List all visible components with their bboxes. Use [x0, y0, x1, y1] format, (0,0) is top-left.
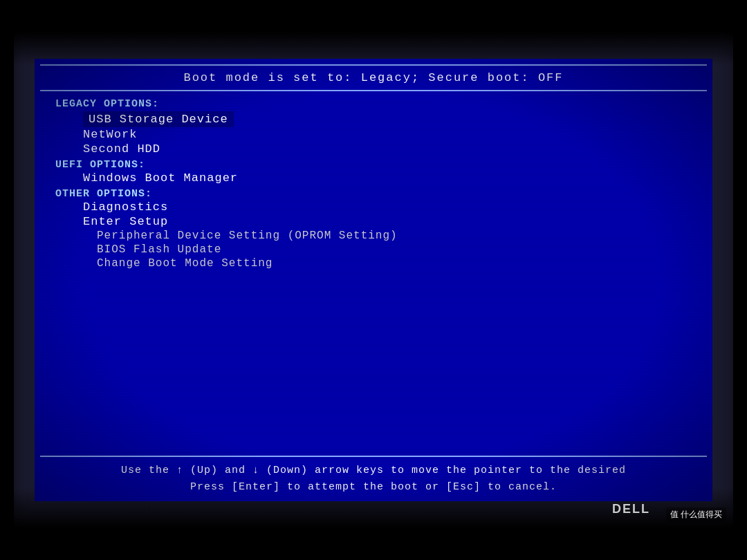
bios-screen: Boot mode is set to: Legacy; Secure boot… — [35, 59, 712, 501]
second-hdd-item[interactable]: Second HDD — [55, 142, 692, 156]
status-bar: Use the ↑ (Up) and ↓ (Down) arrow keys t… — [40, 456, 707, 501]
enter-setup-item[interactable]: Enter Setup — [55, 214, 692, 229]
screen-container: Boot mode is set to: Legacy; Secure boot… — [0, 0, 747, 560]
bios-layout: Boot mode is set to: Legacy; Secure boot… — [35, 59, 712, 501]
usb-storage-selected-row[interactable]: USB Storage Device — [55, 111, 692, 127]
monitor-bezel: Boot mode is set to: Legacy; Secure boot… — [14, 31, 733, 529]
network-item[interactable]: NetWork — [55, 127, 692, 142]
header-bar: Boot mode is set to: Legacy; Secure boot… — [40, 66, 707, 91]
change-boot-item[interactable]: Change Boot Mode Setting — [55, 256, 692, 270]
watermark-text: 值 什么值得买 — [666, 507, 726, 522]
legacy-section-label: LEGACY OPTIONS: — [55, 98, 692, 110]
bios-flash-item[interactable]: BIOS Flash Update — [55, 243, 692, 256]
menu-area: LEGACY OPTIONS: USB Storage Device NetWo… — [35, 91, 712, 274]
windows-boot-item[interactable]: Windows Boot Manager — [55, 171, 692, 185]
diagnostics-item[interactable]: Diagnostics — [55, 200, 692, 214]
status-line-2: Press [Enter] to attempt the boot or [Es… — [54, 479, 693, 496]
usb-storage-item[interactable]: USB Storage Device — [83, 111, 234, 127]
other-section-label: OTHER OPTIONS: — [55, 188, 692, 200]
peripheral-item[interactable]: Peripheral Device Setting (OPROM Setting… — [55, 229, 692, 243]
menu-section: LEGACY OPTIONS: USB Storage Device NetWo… — [35, 91, 712, 456]
dell-logo: DELL — [612, 502, 650, 516]
uefi-section-label: UEFI OPTIONS: — [55, 159, 692, 171]
boot-mode-text: Boot mode is set to: Legacy; Secure boot… — [183, 71, 563, 84]
status-line-1: Use the ↑ (Up) and ↓ (Down) arrow keys t… — [54, 463, 693, 479]
